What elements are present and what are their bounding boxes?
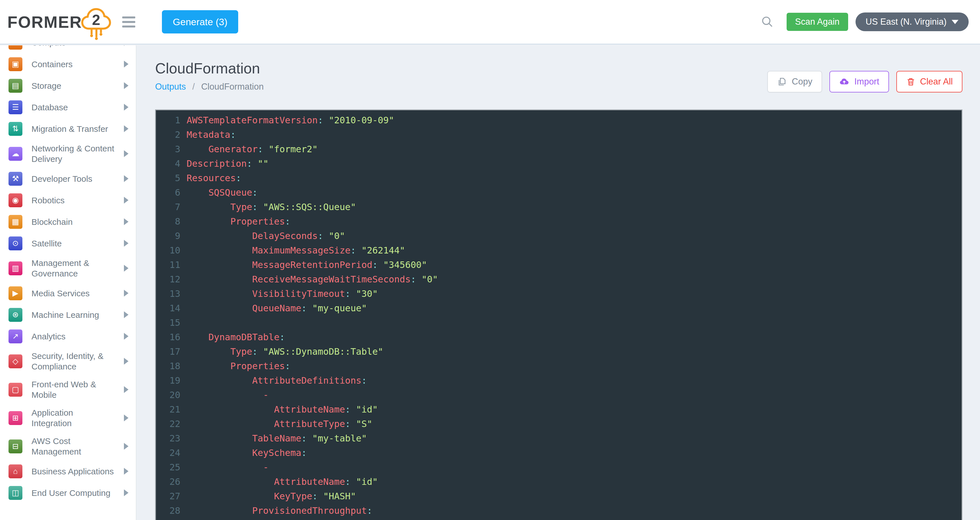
breadcrumb-outputs-link[interactable]: Outputs bbox=[155, 82, 186, 92]
menu-icon[interactable] bbox=[119, 11, 138, 33]
sidebar-item-label: Developer Tools bbox=[32, 173, 114, 184]
chevron-right-icon bbox=[124, 45, 129, 46]
line-number: 15 bbox=[156, 316, 181, 330]
logo-cloud-icon: 2 bbox=[80, 6, 112, 42]
chevron-right-icon bbox=[124, 333, 129, 340]
chevron-right-icon bbox=[124, 125, 129, 132]
code-line: 27 KeyType: "HASH" bbox=[156, 489, 962, 504]
sidebar-item-migration-transfer[interactable]: ⇅Migration & Transfer bbox=[0, 118, 136, 140]
line-number: 20 bbox=[156, 388, 181, 402]
code-line: 6 SQSQueue: bbox=[156, 185, 962, 200]
code-line: 7 Type: "AWS::SQS::Queue" bbox=[156, 200, 962, 214]
database-icon: ☰ bbox=[8, 100, 22, 114]
sidebar-item-security-identity-compliance[interactable]: ◇Security, Identity, & Compliance bbox=[0, 347, 136, 375]
chevron-right-icon bbox=[124, 61, 129, 67]
code-line: 20 - bbox=[156, 388, 962, 402]
line-number: 8 bbox=[156, 214, 181, 229]
sidebar-item-management-governance[interactable]: ▥Management & Governance bbox=[0, 254, 136, 282]
copy-button[interactable]: Copy bbox=[767, 71, 822, 92]
line-number: 2 bbox=[156, 127, 181, 142]
sidebar-item-label: End User Computing bbox=[32, 488, 114, 498]
code-line: 28 ProvisionedThroughput: bbox=[156, 504, 962, 518]
sidebar-item-compute[interactable]: ⚙Compute bbox=[0, 45, 136, 53]
sidebar-item-containers[interactable]: ▣Containers bbox=[0, 53, 136, 75]
sidebar-item-label: Database bbox=[32, 102, 114, 113]
code-line: 9 DelaySeconds: "0" bbox=[156, 229, 962, 243]
machine-learning-icon: ⊛ bbox=[8, 308, 22, 322]
sidebar-list: ⚙Compute▣Containers▤Storage☰Database⇅Mig… bbox=[0, 45, 136, 504]
generate-button[interactable]: Generate (3) bbox=[162, 10, 238, 33]
caret-down-icon bbox=[951, 20, 958, 24]
sidebar-item-end-user-computing[interactable]: ◫End User Computing bbox=[0, 482, 136, 504]
cloudformation-code-editor[interactable]: 1AWSTemplateFormatVersion: "2010-09-09"2… bbox=[155, 110, 963, 520]
cloud-upload-icon bbox=[839, 76, 850, 87]
business-applications-icon: ⌂ bbox=[8, 464, 22, 478]
sidebar-item-satellite[interactable]: ⊙Satellite bbox=[0, 232, 136, 254]
code-line: 19 AttributeDefinitions: bbox=[156, 374, 962, 388]
line-number: 23 bbox=[156, 431, 181, 446]
code-line: 23 TableName: "my-table" bbox=[156, 431, 962, 446]
front-end-web-mobile-icon: ▢ bbox=[8, 383, 22, 397]
analytics-icon: ↗ bbox=[8, 329, 22, 343]
import-button[interactable]: Import bbox=[829, 71, 889, 92]
line-number: 9 bbox=[156, 229, 181, 243]
management-governance-icon: ▥ bbox=[8, 261, 22, 275]
sidebar-item-robotics[interactable]: ◉Robotics bbox=[0, 189, 136, 211]
compute-icon: ⚙ bbox=[8, 45, 22, 49]
code-line: 2Metadata: bbox=[156, 127, 962, 142]
line-number: 6 bbox=[156, 185, 181, 200]
chevron-right-icon bbox=[124, 311, 129, 318]
sidebar-item-developer-tools[interactable]: ⚒Developer Tools bbox=[0, 168, 136, 189]
sidebar-item-analytics[interactable]: ↗Analytics bbox=[0, 326, 136, 347]
sidebar-item-media-services[interactable]: ▶Media Services bbox=[0, 282, 136, 304]
chevron-right-icon bbox=[124, 150, 129, 157]
sidebar-item-business-applications[interactable]: ⌂Business Applications bbox=[0, 460, 136, 482]
logo-text: FORMER bbox=[7, 13, 82, 32]
sidebar-item-blockchain[interactable]: ▦Blockchain bbox=[0, 211, 136, 232]
sidebar-item-networking-content-delivery[interactable]: ☁Networking & Content Delivery bbox=[0, 140, 136, 168]
sidebar-item-label: Storage bbox=[32, 81, 114, 91]
chevron-right-icon bbox=[124, 290, 129, 297]
search-icon[interactable] bbox=[761, 16, 773, 28]
line-number: 11 bbox=[156, 258, 181, 272]
security-identity-compliance-icon: ◇ bbox=[8, 355, 22, 368]
clear-all-button[interactable]: Clear All bbox=[896, 71, 963, 92]
sidebar-item-front-end-web-mobile[interactable]: ▢Front-end Web & Mobile bbox=[0, 375, 136, 404]
sidebar-item-label: Management & Governance bbox=[32, 258, 114, 279]
line-number: 28 bbox=[156, 504, 181, 518]
code-line: 1AWSTemplateFormatVersion: "2010-09-09" bbox=[156, 113, 962, 127]
end-user-computing-icon: ◫ bbox=[8, 486, 22, 500]
code-line: 3 Generator: "former2" bbox=[156, 142, 962, 156]
navbar: FORMER 2 Generate (3) Scan Again US Ea bbox=[0, 0, 980, 45]
line-number: 3 bbox=[156, 142, 181, 156]
blockchain-icon: ▦ bbox=[8, 215, 22, 229]
region-label: US East (N. Virginia) bbox=[866, 17, 947, 27]
line-number: 26 bbox=[156, 475, 181, 489]
sidebar-item-storage[interactable]: ▤Storage bbox=[0, 75, 136, 96]
copy-pages-icon bbox=[777, 76, 787, 87]
satellite-icon: ⊙ bbox=[8, 237, 22, 250]
application-integration-icon: ⊞ bbox=[8, 411, 22, 425]
line-number: 13 bbox=[156, 287, 181, 301]
code-line: 29 ReadCapacityUnits: 5 bbox=[156, 518, 962, 520]
networking-content-delivery-icon: ☁ bbox=[8, 147, 22, 161]
sidebar-item-label: Media Services bbox=[32, 288, 114, 299]
line-number: 29 bbox=[156, 518, 181, 520]
code-line: 5Resources: bbox=[156, 171, 962, 185]
sidebar-item-label: Robotics bbox=[32, 195, 114, 205]
sidebar-item-database[interactable]: ☰Database bbox=[0, 96, 136, 118]
code-line: 24 KeySchema: bbox=[156, 446, 962, 460]
scan-again-button[interactable]: Scan Again bbox=[787, 13, 848, 31]
chevron-right-icon bbox=[124, 386, 129, 393]
region-selector[interactable]: US East (N. Virginia) bbox=[856, 13, 969, 31]
sidebar-item-label: Satellite bbox=[32, 238, 114, 249]
line-number: 17 bbox=[156, 345, 181, 359]
sidebar-item-label: Networking & Content Delivery bbox=[32, 143, 114, 164]
code-line: 8 Properties: bbox=[156, 214, 962, 229]
containers-icon: ▣ bbox=[8, 57, 22, 71]
sidebar-item-aws-cost-management[interactable]: ⊟AWS Cost Management bbox=[0, 432, 136, 460]
sidebar-item-application-integration[interactable]: ⊞Application Integration bbox=[0, 404, 136, 432]
sidebar-item-machine-learning[interactable]: ⊛Machine Learning bbox=[0, 304, 136, 326]
sidebar-item-label: Machine Learning bbox=[32, 310, 114, 320]
code-line: 13 VisibilityTimeout: "30" bbox=[156, 287, 962, 301]
